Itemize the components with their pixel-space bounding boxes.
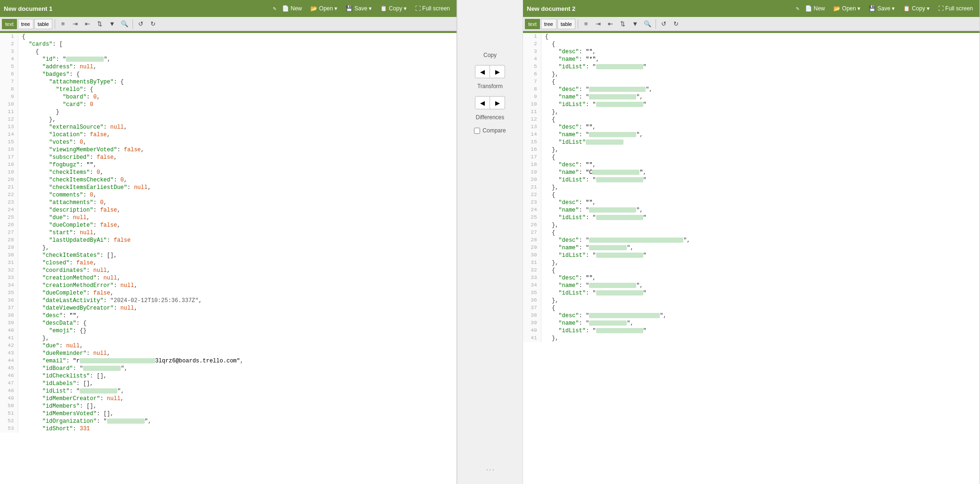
left-code-area[interactable]: 1{2 "cards": [3 {4 "id": " ",5 "address"… <box>0 33 457 484</box>
line-content: "checkItemStates": [], <box>18 252 457 259</box>
line-number: 10 <box>523 101 541 108</box>
line-content: }, <box>541 184 980 191</box>
right-redo-btn[interactable]: ↻ <box>671 18 682 30</box>
line-number: 26 <box>0 221 18 229</box>
line-content: "idMembers": [], <box>18 402 457 410</box>
line-content: "idMemberCreator": null, <box>18 395 457 402</box>
table-row: 16 "viewingMemberVoted": false, <box>0 146 457 154</box>
right-code-area[interactable]: 1{2 {3 "desc": "",4 "name": "*",5 "idLis… <box>523 33 980 484</box>
left-copy-btn[interactable]: 📋 Copy ▾ <box>377 4 409 13</box>
right-open-btn[interactable]: 📂 Open ▾ <box>831 4 863 13</box>
table-row: 23 "desc": "", <box>523 199 980 206</box>
line-number: 52 <box>0 418 18 425</box>
sort-btn[interactable]: ⇅ <box>94 18 106 30</box>
line-number: 22 <box>0 191 18 199</box>
line-number: 27 <box>0 229 18 237</box>
table-row: 11 } <box>0 108 457 116</box>
right-copy-btn[interactable]: 📋 Copy ▾ <box>900 4 932 13</box>
line-content: "idLabels": [], <box>18 380 457 387</box>
redacted-value <box>589 87 646 92</box>
filter-btn[interactable]: ▼ <box>107 18 118 30</box>
table-row: 20 "idList": " " <box>523 176 980 184</box>
line-content: } <box>18 108 457 116</box>
table-row: 27 "start": null, <box>0 229 457 237</box>
table-row: 44 "email": "r 3lqrz6@boards.trello.com"… <box>0 357 457 365</box>
line-content: "desc": " ", <box>541 312 980 320</box>
left-tab-table[interactable]: table <box>34 19 52 29</box>
right-filter-btn[interactable]: ▼ <box>630 18 641 30</box>
left-tab-text[interactable]: text <box>2 19 17 29</box>
table-row: 5 "idList": " " <box>523 63 980 71</box>
copy-left-btn[interactable]: ◀ <box>475 65 490 78</box>
left-save-btn[interactable]: 💾 Save ▾ <box>343 4 374 13</box>
right-new-btn[interactable]: 📄 New <box>802 4 828 13</box>
table-row: 47 "idLabels": [], <box>0 380 457 387</box>
line-number: 3 <box>523 48 541 56</box>
table-row: 15 "idList" <box>523 139 980 146</box>
line-content: { <box>541 41 980 48</box>
undo-btn[interactable]: ↺ <box>135 18 147 30</box>
left-fullscreen-btn[interactable]: ⛶ Full screen <box>412 4 453 13</box>
left-new-btn[interactable]: 📄 New <box>279 4 305 13</box>
right-tab-table[interactable]: table <box>557 19 575 29</box>
right-tab-text[interactable]: text <box>525 19 540 29</box>
line-content: "desc": " ", <box>541 86 980 93</box>
compare-checkbox[interactable] <box>474 128 480 134</box>
line-content: "dateLastActivity": "2024-02-12T10:25:36… <box>18 297 457 304</box>
line-content: }, <box>541 108 980 116</box>
search-btn[interactable]: 🔍 <box>119 18 130 30</box>
right-compact-btn[interactable]: ⇤ <box>605 18 616 30</box>
line-content: "descData": { <box>18 320 457 327</box>
line-number: 25 <box>523 214 541 221</box>
table-row: 2 { <box>523 41 980 48</box>
table-row: 5 "address": null, <box>0 63 457 71</box>
right-format-btn[interactable]: ≡ <box>581 18 592 30</box>
format-btn[interactable]: ≡ <box>58 18 69 30</box>
line-number: 18 <box>523 161 541 169</box>
transform-left-btn[interactable]: ◀ <box>475 96 490 109</box>
line-number: 10 <box>0 101 18 108</box>
table-row: 39 "descData": { <box>0 320 457 327</box>
redacted-value <box>589 320 627 326</box>
line-number: 35 <box>523 289 541 297</box>
left-open-btn[interactable]: 📂 Open ▾ <box>307 4 340 13</box>
line-content: }, <box>541 297 980 304</box>
indent-btn[interactable]: ⇥ <box>70 18 81 30</box>
redacted-value <box>586 139 623 145</box>
toolbar-sep-1 <box>55 19 55 29</box>
table-row: 10 "card": 0 <box>0 101 457 108</box>
table-row: 50 "idMembers": [], <box>0 402 457 410</box>
line-number: 31 <box>523 259 541 267</box>
table-row: 34 "name": " ", <box>523 282 980 289</box>
left-edit-icon[interactable]: ✎ <box>273 5 276 12</box>
line-number: 33 <box>0 274 18 282</box>
compact-btn[interactable]: ⇤ <box>82 18 93 30</box>
transform-right-btn[interactable]: ▶ <box>490 96 505 109</box>
table-row: 6 "badges": { <box>0 71 457 78</box>
right-indent-btn[interactable]: ⇥ <box>593 18 604 30</box>
line-content: "votes": 0, <box>18 139 457 146</box>
right-edit-icon[interactable]: ✎ <box>796 5 799 12</box>
right-search-btn[interactable]: 🔍 <box>642 18 653 30</box>
toolbar-sep-2 <box>133 19 133 29</box>
line-number: 46 <box>0 372 18 380</box>
table-row: 12 }, <box>0 116 457 123</box>
right-fullscreen-btn[interactable]: ⛶ Full screen <box>935 4 976 13</box>
line-number: 9 <box>0 93 18 101</box>
left-tab-tree[interactable]: tree <box>18 19 33 29</box>
line-content: "description": false, <box>18 206 457 214</box>
right-save-btn[interactable]: 💾 Save ▾ <box>866 4 897 13</box>
table-row: 18 "desc": "", <box>523 161 980 169</box>
right-undo-btn[interactable]: ↺ <box>658 18 670 30</box>
right-tab-tree[interactable]: tree <box>541 19 556 29</box>
copy-right-btn[interactable]: ▶ <box>490 65 505 78</box>
line-content: "email": "r 3lqrz6@boards.trello.com", <box>18 357 457 365</box>
line-content: "comments": 0, <box>18 191 457 199</box>
table-row: 1{ <box>0 33 457 41</box>
line-number: 36 <box>523 297 541 304</box>
right-sort-btn[interactable]: ⇅ <box>617 18 629 30</box>
redo-btn[interactable]: ↻ <box>148 18 159 30</box>
redacted-value <box>596 177 643 182</box>
table-row: 9 "name": " ", <box>523 93 980 101</box>
transform-label: Transform <box>477 83 503 90</box>
